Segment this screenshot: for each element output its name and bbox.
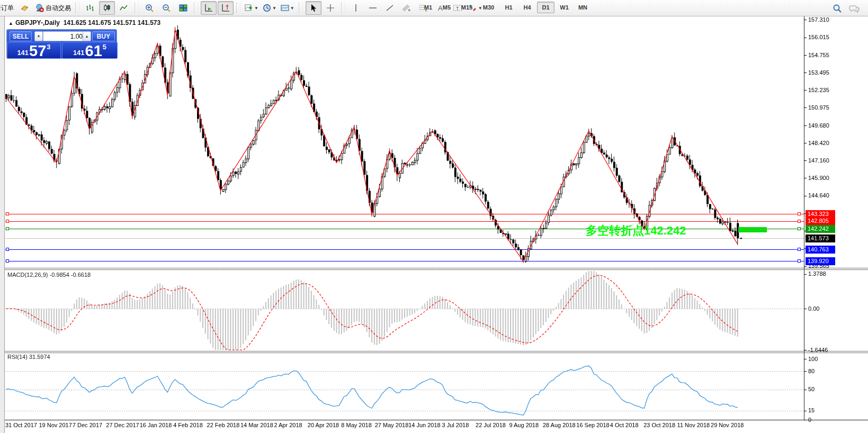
chevron-down-icon: ▼: [254, 6, 258, 11]
timeframe-button-m1[interactable]: M1: [419, 2, 437, 13]
timeframe-button-mn[interactable]: MN: [574, 2, 592, 13]
vertical-line-tool-button[interactable]: [348, 1, 364, 15]
timeframe-button-h4[interactable]: H4: [518, 2, 536, 13]
sell-price-sup: 3: [47, 43, 50, 51]
date-label: 14 Mar 2018: [240, 422, 273, 428]
date-label: 3 Jul 2018: [442, 422, 469, 428]
clock-icon: [263, 4, 271, 12]
macd-axis-tick: -1.6446: [808, 347, 828, 353]
price-axis-tick: 147.160: [808, 157, 829, 164]
date-label: 29 Nov 2018: [711, 422, 744, 428]
gold-order-icon-button[interactable]: [16, 1, 32, 15]
autotrade-button[interactable]: 自动交易: [33, 1, 73, 15]
zoom-out-icon: [162, 4, 171, 13]
timeframe-toolbar: M1M5M15M30H1H4D1W1MN: [419, 2, 592, 13]
line-chart-button[interactable]: [116, 1, 132, 15]
rsi-pane-label: RSI(14) 31.5974: [7, 354, 50, 360]
zoom-out-button[interactable]: [158, 1, 174, 15]
volume-input[interactable]: [43, 31, 85, 41]
bar-chart-button[interactable]: [82, 1, 98, 15]
date-label: 23 Oct 2018: [643, 422, 675, 428]
date-label: 4 Feb 2018: [173, 422, 203, 428]
search-button[interactable]: [829, 2, 845, 15]
main-toolbar: 新订单 自动交易: [0, 0, 868, 16]
timeframe-button-m30[interactable]: M30: [478, 2, 499, 13]
date-label: 4 Oct 2018: [610, 422, 639, 428]
timeframe-button-d1[interactable]: D1: [537, 2, 554, 13]
date-label: 28 Aug 2018: [543, 422, 576, 428]
horizontal-line-icon: [369, 4, 377, 12]
date-label: 2 Apr 2018: [274, 422, 302, 428]
tile-windows-icon: [179, 4, 187, 12]
line-chart-icon: [120, 4, 128, 12]
community-chat-button[interactable]: [846, 2, 862, 15]
cursor-tool-button[interactable]: [306, 1, 321, 15]
periods-button[interactable]: ▼: [261, 1, 278, 15]
price-axis-tick: 150.975: [808, 104, 829, 111]
tile-windows-button[interactable]: [175, 1, 191, 15]
symbol-period-label: GBPJPY-,Daily: [15, 19, 60, 26]
zoom-in-button[interactable]: [141, 1, 157, 15]
date-label: 9 Aug 2018: [509, 422, 539, 428]
date-label: 16 Sep 2018: [576, 422, 609, 428]
volume-increase-button[interactable]: ▲: [83, 31, 91, 41]
autotrade-icon: [35, 4, 44, 12]
dock-edge: [0, 16, 5, 433]
toolbar-separator: [194, 3, 198, 13]
crosshair-icon: [326, 4, 335, 12]
crosshair-tool-button[interactable]: [323, 1, 338, 15]
template-icon: [281, 4, 289, 12]
auto-scroll-button[interactable]: [201, 1, 217, 15]
date-label: 27 May 2018: [375, 422, 409, 428]
timeframe-button-h1[interactable]: H1: [500, 2, 517, 13]
autotrade-label: 自动交易: [46, 4, 71, 13]
chat-bubbles-icon: [849, 4, 860, 13]
new-order-button[interactable]: 新订单: [0, 1, 15, 15]
rsi-axis-tick: 50: [808, 386, 815, 392]
price-axis-tick: 153.495: [808, 69, 829, 76]
horizontal-line-tool-button[interactable]: [365, 1, 381, 15]
trendline-tool-button[interactable]: [382, 1, 398, 15]
rsi-axis-tick: 0: [808, 417, 811, 423]
price-axis-tick: 154.755: [808, 52, 829, 58]
gold-icon: [20, 4, 29, 12]
toolbar-separator: [135, 3, 139, 13]
sell-price-big: 57: [29, 44, 46, 58]
timeframe-button-m5[interactable]: M5: [438, 2, 455, 13]
volume-decrease-button[interactable]: ▼: [34, 31, 43, 41]
date-label: 8 May 2018: [341, 422, 371, 428]
sell-label: SELL: [13, 33, 29, 40]
templates-button[interactable]: ▼: [279, 1, 296, 15]
sell-price-button[interactable]: 141 57 3: [7, 42, 61, 59]
macd-axis-tick: 0.00: [808, 305, 819, 312]
date-label: 20 Apr 2018: [308, 422, 339, 428]
buy-price-button[interactable]: 141 61 5: [62, 42, 118, 59]
highlight-rectangle[interactable]: [738, 227, 767, 232]
price-axis-tick: 144.640: [808, 192, 829, 199]
toolbar-separator: [299, 3, 303, 13]
annotation-text[interactable]: 多空转折点142.242: [586, 223, 686, 239]
price-chart-canvas[interactable]: [0, 0, 868, 433]
date-label: 22 Jul 2018: [476, 422, 506, 428]
chart-title: ▲GBPJPY-,Daily 141.625 141.675 141.571 1…: [8, 19, 160, 26]
price-axis-tick: 148.420: [808, 140, 829, 146]
one-click-trade-panel: SELL ▼ ▲ BUY 141 57 3 141 61 5: [7, 30, 117, 58]
auto-scroll-icon: [204, 4, 213, 12]
buy-button[interactable]: BUY: [92, 31, 115, 41]
toolbar-separator: [75, 3, 79, 13]
price-axis-tick: 156.015: [808, 34, 829, 40]
date-label: 19 Nov 2017: [39, 422, 71, 428]
ohlc-readout: 141.625 141.675 141.571 141.573: [64, 19, 161, 26]
indicators-button[interactable]: ▼: [243, 1, 260, 15]
chart-shift-button[interactable]: [218, 1, 234, 15]
price-axis-tick: 152.235: [808, 87, 829, 93]
sell-button[interactable]: SELL: [10, 31, 32, 41]
buy-label: BUY: [97, 33, 110, 40]
buy-price-main: 141: [73, 49, 85, 57]
date-label: 27 Dec 2017: [106, 422, 139, 428]
timeframe-button-w1[interactable]: W1: [556, 2, 573, 13]
timeframe-button-m15[interactable]: M15: [457, 2, 477, 13]
candlestick-chart-button[interactable]: [99, 1, 115, 15]
channel-tool-button[interactable]: E: [399, 1, 415, 15]
panel-collapse-icon[interactable]: ▲: [8, 21, 13, 26]
